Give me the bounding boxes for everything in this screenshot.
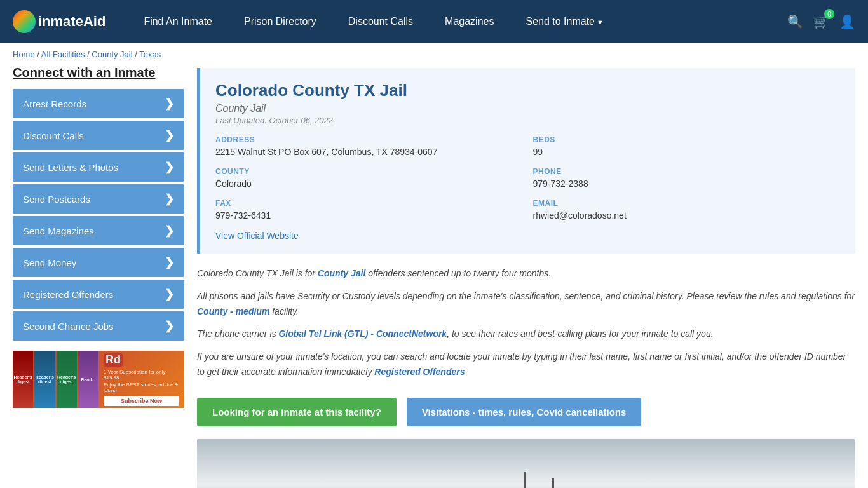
sidebar-arrow: ❯ [165,319,174,333]
logo-icon [13,10,36,33]
nav-find-inmate[interactable]: Find An Inmate [131,10,225,34]
nav-prison-directory[interactable]: Prison Directory [231,10,329,34]
sidebar-arrow: ❯ [165,255,174,269]
site-header: inmateAid Find An Inmate Prison Director… [0,0,868,43]
para3-prefix: The phone carrier is [197,329,278,339]
sidebar-arrow: ❯ [165,287,174,301]
facility-description: Colorado County TX Jail is for County Ja… [197,266,855,398]
fax-label: FAX [215,199,523,208]
sidebar-item-send-letters[interactable]: Send Letters & Photos ❯ [13,152,184,182]
address-label: ADDRESS [215,135,523,144]
nav-discount-calls[interactable]: Discount Calls [336,10,426,34]
email-value: rhwied@coloradoso.net [533,210,841,220]
facility-name: Colorado County TX Jail [215,81,840,100]
phone-value: 979-732-2388 [533,179,841,189]
find-inmate-button[interactable]: Looking for an inmate at this facility? [197,398,397,426]
official-link-container: View Official Website [215,231,840,241]
sidebar-item-second-chance-jobs-label: Second Chance Jobs [23,321,114,332]
header-icons: 🔍 🛒 0 👤 [787,14,855,29]
sidebar-item-send-postcards[interactable]: Send Postcards ❯ [13,184,184,214]
para1-prefix: Colorado County TX Jail is for [197,268,318,278]
sidebar-item-registered-offenders-label: Registered Offenders [23,289,113,300]
breadcrumb-county-jail[interactable]: County Jail [92,50,132,59]
user-icon[interactable]: 👤 [839,14,855,29]
para4-link[interactable]: Registered Offenders [374,367,465,377]
facility-info-box: Colorado County TX Jail County Jail Last… [197,68,855,254]
sidebar-item-arrest-records-label: Arrest Records [23,98,86,109]
sidebar-item-registered-offenders[interactable]: Registered Offenders ❯ [13,280,184,309]
ad-cover-1: Reader'sdigest [13,351,33,408]
content-area: Colorado County TX Jail County Jail Last… [197,65,855,488]
sidebar-arrow: ❯ [165,160,174,174]
nav-send-to-inmate[interactable]: Send to Inmate [513,10,616,34]
site-logo[interactable]: inmateAid [13,10,105,33]
main-container: Connect with an Inmate Arrest Records ❯ … [0,65,868,488]
breadcrumb-home[interactable]: Home [13,50,35,59]
nav-magazines[interactable]: Magazines [432,10,506,34]
facility-type: County Jail [215,103,840,114]
fax-section: FAX 979-732-6431 [215,199,523,220]
address-value: 2215 Walnut St PO Box 607, Columbus, TX … [215,147,523,157]
ad-inner: Reader'sdigest Reader'sdigest Reader'sdi… [13,351,184,408]
sidebar-item-send-money[interactable]: Send Money ❯ [13,248,184,277]
breadcrumb-all-facilities[interactable]: All Facilities [41,50,85,59]
para2-suffix: facility. [269,306,299,316]
sidebar-item-second-chance-jobs[interactable]: Second Chance Jobs ❯ [13,311,184,341]
description-para4: If you are unsure of your inmate's locat… [197,349,855,380]
beds-label: BEDS [533,135,841,144]
ad-line1: 1 Year Subscription for only $19.98 [104,369,179,381]
description-para2: All prisons and jails have Security or C… [197,289,855,320]
sidebar-item-discount-calls-label: Discount Calls [23,130,84,141]
sidebar-item-arrest-records[interactable]: Arrest Records ❯ [13,89,184,118]
ad-line2: Enjoy the BEST stories, advice & jokes! [104,382,179,393]
official-website-link[interactable]: View Official Website [215,231,299,241]
beds-value: 99 [533,147,841,157]
para2-text: All prisons and jails have Security or C… [197,291,855,301]
light-pole-1 [524,472,526,488]
sidebar-arrow: ❯ [165,97,174,111]
email-label: EMAIL [533,199,841,208]
description-para1: Colorado County TX Jail is for County Ja… [197,266,855,281]
county-section: COUNTY Colorado [215,167,523,189]
ad-cover-2: Reader'sdigest [34,351,55,408]
sidebar-item-send-money-label: Send Money [23,257,76,268]
sidebar-arrow: ❯ [165,224,174,238]
visitations-button[interactable]: Visitations - times, rules, Covid cancel… [407,398,642,426]
action-buttons: Looking for an inmate at this facility? … [197,398,855,426]
para2-link[interactable]: County - medium [197,306,269,316]
para1-link[interactable]: County Jail [318,268,365,278]
main-nav: Find An Inmate Prison Directory Discount… [131,10,787,34]
ad-cover-4: Read... [78,351,98,408]
facility-image [197,439,855,488]
ad-covers: Reader'sdigest Reader'sdigest Reader'sdi… [13,351,98,408]
cart-badge: 0 [824,9,834,19]
beds-section: BEDS 99 [533,135,841,157]
phone-section: PHONE 979-732-2388 [533,167,841,189]
logo-text: inmateAid [38,13,105,30]
search-icon[interactable]: 🔍 [787,14,803,29]
email-section: EMAIL rhwied@coloradoso.net [533,199,841,220]
sidebar-item-discount-calls[interactable]: Discount Calls ❯ [13,121,184,150]
fax-value: 979-732-6431 [215,210,523,220]
address-section: ADDRESS 2215 Walnut St PO Box 607, Colum… [215,135,523,157]
breadcrumb-state[interactable]: Texas [139,50,161,59]
sidebar-arrow: ❯ [165,128,174,142]
para1-suffix: offenders sentenced up to twenty four mo… [365,268,551,278]
ad-cover-3: Reader'sdigest [57,351,77,408]
sidebar: Connect with an Inmate Arrest Records ❯ … [13,65,184,488]
rd-logo: Rd [104,353,123,367]
facility-details-grid: ADDRESS 2215 Walnut St PO Box 607, Colum… [215,135,840,220]
cart-icon[interactable]: 🛒 0 [813,14,829,29]
light-pole-2 [552,478,554,488]
description-para3: The phone carrier is Global Tel Link (GT… [197,327,855,342]
ad-text-area: Rd 1 Year Subscription for only $19.98 E… [98,351,184,408]
para3-link[interactable]: Global Tel Link (GTL) - ConnectNetwork [278,329,447,339]
ad-subscribe-button[interactable]: Subscribe Now [104,396,179,406]
sidebar-item-send-magazines[interactable]: Send Magazines ❯ [13,216,184,245]
sidebar-item-send-postcards-label: Send Postcards [23,194,90,205]
phone-label: PHONE [533,167,841,176]
advertisement: Reader'sdigest Reader'sdigest Reader'sdi… [13,351,184,408]
sidebar-item-send-magazines-label: Send Magazines [23,226,94,236]
county-value: Colorado [215,179,523,189]
sidebar-arrow: ❯ [165,192,174,206]
